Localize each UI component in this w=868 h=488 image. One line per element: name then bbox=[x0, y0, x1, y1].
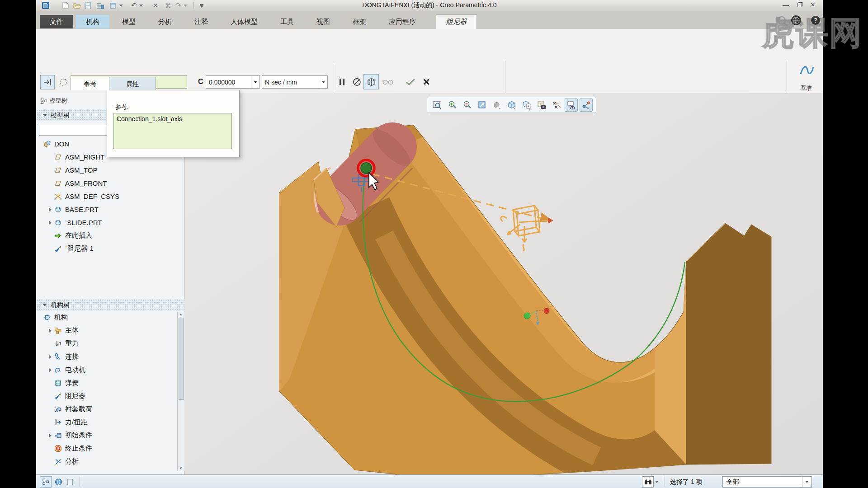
tree-item[interactable]: 终止条件 bbox=[36, 442, 177, 455]
selection-status: 选择了 1 项 bbox=[670, 478, 703, 486]
scrollbar-thumb[interactable] bbox=[179, 318, 184, 400]
tree-item[interactable]: 阻尼器 bbox=[36, 389, 177, 403]
glasses-icon[interactable] bbox=[381, 75, 395, 89]
tab-damper[interactable]: 阻尼器 bbox=[436, 14, 477, 29]
tab-framework[interactable]: 框架 bbox=[343, 15, 376, 28]
tree-item[interactable]: 机构 bbox=[36, 311, 177, 324]
tree-item-label: SLIDE.PRT bbox=[67, 219, 102, 226]
tab-view[interactable]: 视图 bbox=[307, 15, 340, 28]
tree-item[interactable]: ASM_FRONT bbox=[36, 177, 184, 190]
rotation-toggle-icon[interactable] bbox=[56, 75, 71, 89]
tab-references[interactable]: 参考 bbox=[71, 77, 109, 90]
tree-item[interactable]: 电动机 bbox=[36, 363, 177, 376]
tree-item[interactable]: g重力 bbox=[36, 337, 177, 350]
damping-coefficient-label: C bbox=[198, 78, 203, 86]
zoom-refit-icon[interactable] bbox=[430, 99, 443, 112]
viewport-toolbar bbox=[427, 97, 596, 113]
tree-item[interactable]: 弹簧 bbox=[36, 376, 177, 389]
unit-select[interactable]: N sec / mm bbox=[262, 75, 328, 89]
accept-icon[interactable] bbox=[403, 75, 418, 89]
zoom-out-icon[interactable] bbox=[460, 99, 473, 112]
tree-item[interactable]: ▫SLIDE.PRT bbox=[36, 216, 184, 229]
new-window-icon[interactable] bbox=[64, 476, 76, 488]
tab-model[interactable]: 模型 bbox=[112, 15, 146, 28]
display-style-icon[interactable] bbox=[505, 99, 518, 112]
model-tree-toggle-icon[interactable] bbox=[40, 476, 52, 488]
expand-arrow-icon[interactable] bbox=[46, 219, 54, 226]
sine-curve-icon[interactable] bbox=[799, 64, 815, 79]
spin-center-icon[interactable] bbox=[580, 99, 593, 112]
translation-toggle-icon[interactable] bbox=[40, 75, 55, 89]
tab-tools[interactable]: 工具 bbox=[270, 15, 304, 28]
selection-filter-caret-icon[interactable] bbox=[802, 477, 811, 487]
damping-coefficient-caret-icon[interactable] bbox=[251, 76, 259, 88]
termination-icon bbox=[54, 445, 62, 452]
screen: ↶ ✕ ⌘ ↷ DONGTAIFENXI (活动的) - Creo Parame… bbox=[0, 0, 868, 488]
tree-item[interactable]: ASM_TOP bbox=[36, 164, 184, 177]
expand-arrow-icon[interactable] bbox=[46, 432, 54, 439]
tree-item[interactable]: yzxASM_DEF_CSYS bbox=[36, 190, 184, 203]
tree-item[interactable]: 力/扭距 bbox=[36, 416, 177, 429]
tree-item[interactable]: 初始条件 bbox=[36, 429, 177, 442]
references-list[interactable]: Connection_1.slot_axis bbox=[113, 113, 232, 149]
tab-file[interactable]: 文件 bbox=[40, 15, 73, 28]
preview-box-icon[interactable] bbox=[363, 74, 379, 89]
expand-arrow-icon[interactable] bbox=[46, 327, 54, 334]
damping-coefficient-input[interactable]: 0.000000 bbox=[206, 75, 260, 89]
tree-item[interactable]: 衬套载荷 bbox=[36, 403, 177, 416]
mech-tree-scrollbar[interactable]: ▲ ▼ bbox=[177, 312, 184, 471]
tab-analysis[interactable]: 分析 bbox=[148, 15, 182, 28]
tab-applications[interactable]: 应用程序 bbox=[379, 15, 426, 28]
close-button[interactable]: × bbox=[807, 0, 819, 9]
selection-filter-select[interactable]: 全部 bbox=[722, 476, 812, 488]
cancel-icon[interactable] bbox=[420, 75, 433, 89]
annotation-display-icon[interactable] bbox=[565, 99, 578, 112]
bushing-icon bbox=[54, 405, 62, 413]
model-tree-title-row[interactable]: 模型树 bbox=[41, 95, 67, 107]
model-viewport[interactable] bbox=[184, 93, 823, 477]
svg-text:y: y bbox=[55, 193, 56, 196]
tab-manikin[interactable]: 人体模型 bbox=[221, 15, 268, 28]
tree-item[interactable]: 连接 bbox=[36, 350, 177, 363]
pause-icon[interactable] bbox=[335, 75, 349, 89]
browser-icon[interactable] bbox=[52, 476, 64, 488]
view-manager-icon[interactable] bbox=[535, 99, 548, 112]
gravity-icon: g bbox=[54, 340, 62, 347]
expand-arrow-icon[interactable] bbox=[46, 206, 54, 213]
find-icon[interactable] bbox=[642, 476, 654, 488]
scroll-up-icon[interactable]: ▲ bbox=[179, 312, 183, 316]
tree-item[interactable]: 分析 bbox=[36, 455, 177, 468]
repaint-icon[interactable] bbox=[475, 99, 488, 112]
slot-endpoint-csys-icon bbox=[501, 206, 552, 251]
tree-item[interactable]: 主体 bbox=[36, 324, 177, 337]
tree-item-label: 弹簧 bbox=[65, 379, 79, 387]
expand-arrow-icon[interactable] bbox=[46, 353, 54, 361]
graphics-area[interactable] bbox=[184, 93, 823, 477]
restore-button[interactable] bbox=[793, 0, 805, 9]
tree-item[interactable]: *阻尼器 1 bbox=[36, 242, 184, 255]
expand-arrow-icon[interactable] bbox=[46, 366, 54, 374]
saved-views-icon[interactable] bbox=[520, 99, 533, 112]
find-caret-icon[interactable] bbox=[653, 476, 661, 488]
reference-item[interactable]: Connection_1.slot_axis bbox=[117, 115, 182, 122]
tab-mechanism[interactable]: 机构 bbox=[76, 15, 109, 28]
svg-text:x: x bbox=[60, 197, 61, 200]
item-prefix-marker: ▫ bbox=[65, 219, 66, 223]
tab-properties[interactable]: 属性 bbox=[109, 77, 156, 90]
mech-tree-section-label: 机构树 bbox=[51, 301, 70, 309]
plane-icon bbox=[54, 153, 62, 161]
analysis-icon bbox=[54, 458, 62, 465]
tree-item-label: 阻尼器 bbox=[65, 392, 85, 400]
shading-icon[interactable] bbox=[490, 99, 503, 112]
tree-item[interactable]: 在此插入 bbox=[36, 229, 184, 242]
datum-display-icon[interactable] bbox=[550, 99, 563, 112]
block-icon[interactable] bbox=[350, 75, 363, 89]
scroll-down-icon[interactable]: ▼ bbox=[179, 466, 183, 470]
tab-annotate[interactable]: 注释 bbox=[184, 15, 218, 28]
unit-caret-icon[interactable] bbox=[319, 76, 327, 88]
mech-tree-section-header[interactable]: 机构树 bbox=[36, 299, 184, 311]
zoom-in-icon[interactable] bbox=[445, 99, 458, 112]
minimize-button[interactable]: — bbox=[780, 0, 792, 9]
tree-item[interactable]: BASE.PRT bbox=[36, 203, 184, 216]
item-prefix-marker: * bbox=[65, 244, 67, 250]
